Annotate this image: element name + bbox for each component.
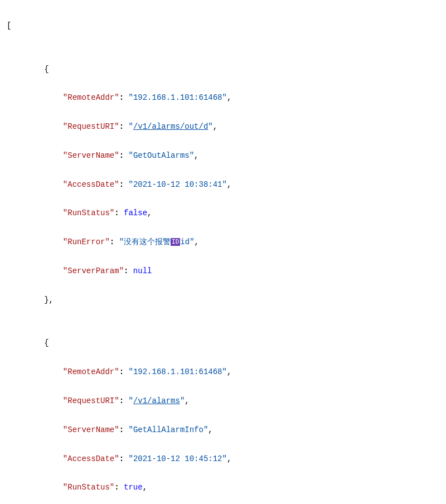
array-open: [: [7, 21, 11, 30]
json-value: "192.168.1.101:61468": [128, 367, 226, 376]
request-uri-link[interactable]: /v1/alarms/out/d: [133, 122, 208, 131]
json-bool: false: [124, 209, 147, 217]
json-value: "2021-10-12 10:38:41": [128, 180, 226, 189]
json-key: "RunStatus": [63, 483, 114, 492]
json-value: "GetAllAlarmInfo": [128, 425, 208, 434]
json-value: "192.168.1.101:61468": [128, 93, 226, 102]
object-open: {: [44, 338, 49, 347]
json-value: "没有这个报警IDid": [119, 238, 195, 246]
json-key: "AccessDate": [63, 180, 119, 189]
id-badge-icon: ID: [171, 238, 180, 246]
json-value: "2021-10-12 10:45:12": [128, 454, 226, 463]
json-key: "RunError": [63, 238, 110, 246]
object-open: {: [44, 65, 49, 74]
json-key: "AccessDate": [63, 454, 119, 463]
json-value: "/v1/alarms/out/d": [128, 122, 212, 131]
json-null: null: [133, 266, 152, 275]
json-key: "ServerParam": [63, 266, 124, 275]
json-key: "RemoteAddr": [63, 93, 119, 102]
json-key: "ServerName": [63, 425, 119, 434]
json-key: "ServerName": [63, 151, 119, 160]
json-bool: true: [124, 483, 143, 492]
json-value: "GetOutAlarms": [128, 151, 194, 160]
json-viewer: [ { "RemoteAddr": "192.168.1.101:61468",…: [0, 0, 446, 504]
json-key: "RunStatus": [63, 209, 114, 217]
json-value: "/v1/alarms": [128, 396, 185, 405]
object-close: },: [44, 295, 54, 304]
json-key: "RequestURI": [63, 396, 119, 405]
json-key: "RequestURI": [63, 122, 119, 131]
json-key: "RemoteAddr": [63, 367, 119, 376]
request-uri-link[interactable]: /v1/alarms: [133, 396, 180, 405]
